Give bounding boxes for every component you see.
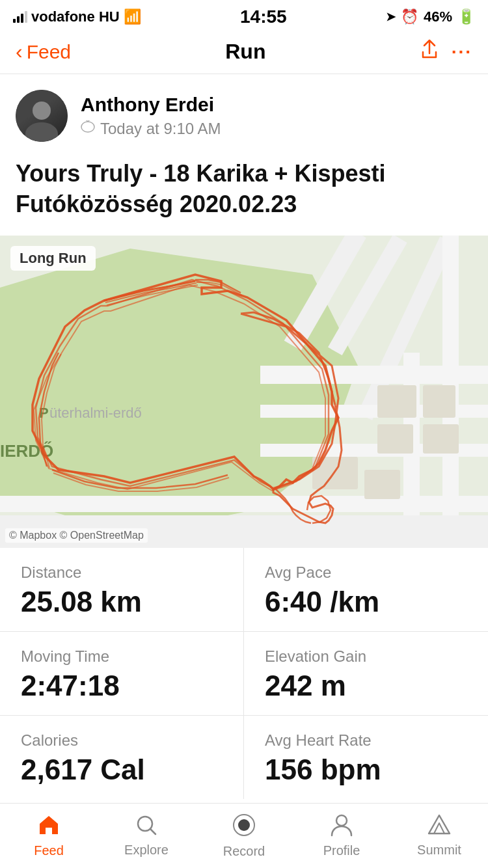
more-button[interactable]: ··· [452,42,472,62]
svg-line-22 [150,829,156,834]
page-title: Run [225,40,265,64]
user-time: Today at 9:10 AM [81,120,221,138]
battery-icon: 🔋 [457,8,475,25]
back-label: Feed [27,41,71,63]
summit-label: Summit [417,843,461,858]
stat-moving-time: Moving Time 2:47:18 [0,632,244,716]
carrier-label: vodafone HU [31,8,120,25]
bottom-nav: Feed Explore Record Profile [0,803,488,868]
stat-calories-label: Calories [21,731,223,750]
run-type-icon [81,120,95,137]
stat-heart-rate-label: Avg Heart Rate [265,731,467,750]
wifi-icon: 📶 [124,8,141,25]
feed-label: Feed [34,843,64,858]
nav-item-profile[interactable]: Profile [293,813,390,858]
nav-item-explore[interactable]: Explore [98,814,195,858]
status-bar: vodafone HU 📶 14:55 ➤ ⏰ 46% 🔋 [0,0,488,33]
map-container[interactable]: P üterhalmi-erdő IERDŐ [0,236,488,548]
record-label: Record [223,844,265,859]
stat-distance-value: 25.08 km [21,586,223,618]
summit-icon [427,814,451,839]
stat-distance: Distance 25.08 km [0,548,244,632]
stat-moving-time-value: 2:47:18 [21,670,223,702]
share-button[interactable] [420,39,439,64]
nav-item-feed[interactable]: Feed [0,813,98,858]
avatar [16,90,68,142]
status-time: 14:55 [240,7,287,27]
nav-bar: ‹ Feed Run ··· [0,33,488,74]
user-name: Anthony Erdei [81,94,221,116]
stat-avg-pace-label: Avg Pace [265,563,467,582]
back-button[interactable]: ‹ Feed [16,40,71,64]
map-badge: Long Run [10,246,96,271]
stat-calories: Calories 2,617 Cal [0,716,244,799]
stat-elevation-label: Elevation Gain [265,647,467,666]
feed-icon [37,813,61,839]
nav-actions: ··· [420,39,472,64]
stat-elevation: Elevation Gain 242 m [244,632,488,716]
record-icon [232,813,256,840]
alarm-icon: ⏰ [401,8,418,25]
user-header: Anthony Erdei Today at 9:10 AM [0,74,488,152]
profile-icon [331,813,353,839]
run-title: Yours Truly - 18 Karika + Kispesti Futók… [0,152,488,236]
svg-point-24 [238,819,250,831]
stat-avg-pace-value: 6:40 /km [265,586,467,618]
svg-point-25 [336,815,347,826]
nav-item-summit[interactable]: Summit [390,814,488,858]
stat-distance-label: Distance [21,563,223,582]
chevron-left-icon: ‹ [16,40,23,64]
stat-calories-value: 2,617 Cal [21,753,223,786]
signal-icon [13,11,27,23]
stat-heart-rate: Avg Heart Rate 156 bpm [244,716,488,799]
nav-item-record[interactable]: Record [195,813,293,859]
status-left: vodafone HU 📶 [13,8,141,25]
location-icon: ➤ [386,10,396,24]
stat-moving-time-label: Moving Time [21,647,223,666]
battery-label: 46% [424,8,452,25]
explore-icon [135,814,157,839]
stat-heart-rate-value: 156 bpm [265,753,467,786]
stat-avg-pace: Avg Pace 6:40 /km [244,548,488,632]
post-time: Today at 9:10 AM [100,120,221,138]
profile-label: Profile [323,843,360,858]
status-right: ➤ ⏰ 46% 🔋 [386,8,475,25]
map-attribution: © Mapbox © OpenStreetMap [5,528,148,543]
stat-elevation-value: 242 m [265,670,467,702]
explore-label: Explore [124,843,169,858]
user-info: Anthony Erdei Today at 9:10 AM [81,94,221,138]
stats-grid: Distance 25.08 km Avg Pace 6:40 /km Movi… [0,548,488,799]
